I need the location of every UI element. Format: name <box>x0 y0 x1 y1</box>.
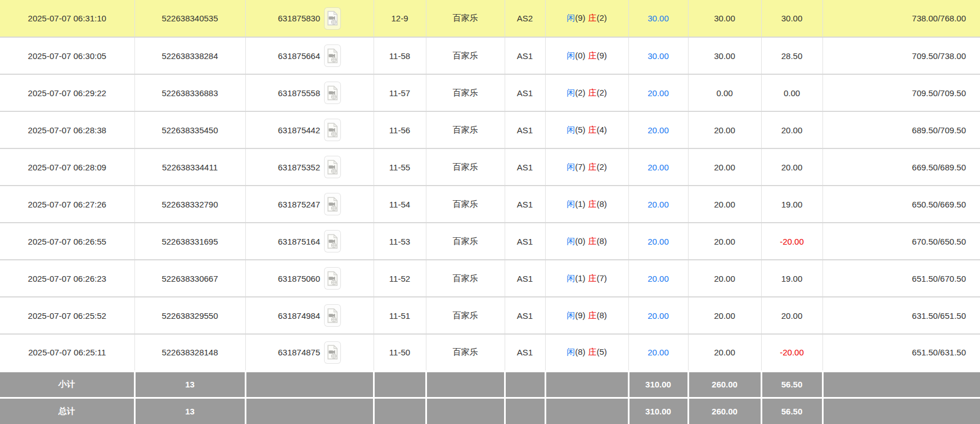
summary-label-cell: 总计 <box>0 398 134 424</box>
video-icon <box>327 271 338 286</box>
valid-bet-cell: 30.00 <box>688 0 761 37</box>
video-replay-button[interactable] <box>324 7 341 30</box>
valid-bet-cell: 20.00 <box>688 148 761 186</box>
banker-score: (2) <box>597 88 607 97</box>
result-cell: 闲(0)庄(9) <box>545 37 628 74</box>
table-row[interactable]: 2025-07-07 06:29:22 522638336883 6318755… <box>0 74 980 111</box>
win-loss-cell: -20.00 <box>761 334 822 371</box>
bet-time-cell: 2025-07-07 06:28:38 <box>0 111 134 148</box>
round-cell: 11-53 <box>374 223 426 260</box>
result-cell: 闲(8)庄(5) <box>545 334 628 371</box>
game-type-cell: 百家乐 <box>426 111 505 148</box>
table-id-cell: AS1 <box>505 111 545 148</box>
video-icon <box>327 11 338 26</box>
game-type-cell: 百家乐 <box>426 74 505 111</box>
table-row[interactable]: 2025-07-07 06:28:38 522638335450 6318754… <box>0 111 980 148</box>
result-cell: 闲(9)庄(2) <box>545 0 628 37</box>
video-id: 631874984 <box>278 311 320 321</box>
bet-amount-cell: 30.00 <box>628 0 688 37</box>
video-replay-button[interactable] <box>324 304 341 327</box>
video-icon <box>327 160 338 175</box>
banker-label: 庄 <box>588 310 597 320</box>
table-row[interactable]: 2025-07-07 06:26:55 522638331695 6318751… <box>0 223 980 260</box>
round-cell: 11-54 <box>374 186 426 223</box>
video-icon <box>327 308 338 323</box>
summary-label-cell: 小计 <box>0 371 134 398</box>
player-score: (9) <box>575 13 585 22</box>
video-replay-button[interactable] <box>324 119 341 141</box>
banker-score: (2) <box>597 162 607 172</box>
summary-empty-cell <box>545 371 628 398</box>
order-id-cell: 522638335450 <box>134 111 245 148</box>
player-score: (5) <box>575 125 585 134</box>
valid-bet-cell: 20.00 <box>688 334 761 371</box>
bet-amount-cell: 20.00 <box>628 297 688 334</box>
summary-empty-cell <box>426 371 505 398</box>
summary-empty-cell <box>374 371 426 398</box>
video-id: 631874875 <box>278 348 320 357</box>
table-row[interactable]: 2025-07-07 06:28:09 522638334411 6318753… <box>0 148 980 186</box>
video-replay-button[interactable] <box>324 193 341 215</box>
total-row: 总计 13 310.00 260.00 56.50 <box>0 398 980 424</box>
video-cell: 631875664 <box>245 37 374 74</box>
video-replay-button[interactable] <box>324 230 341 252</box>
win-loss-cell: 19.00 <box>761 186 822 223</box>
video-replay-button[interactable] <box>324 82 341 104</box>
video-replay-button[interactable] <box>324 156 341 178</box>
round-cell: 11-56 <box>374 111 426 148</box>
player-label: 闲 <box>567 236 575 246</box>
balance-cell: 738.00/768.00 <box>822 0 980 37</box>
bet-amount-cell: 20.00 <box>628 148 688 186</box>
summary-bet-cell: 310.00 <box>628 371 688 398</box>
bet-time-cell: 2025-07-07 06:30:05 <box>0 37 134 74</box>
bet-amount-cell: 20.00 <box>628 74 688 111</box>
player-score: (0) <box>575 236 585 246</box>
summary-bet-cell: 310.00 <box>628 398 688 424</box>
table-row[interactable]: 2025-07-07 06:31:10 522638340535 6318758… <box>0 0 980 37</box>
video-replay-button[interactable] <box>324 44 341 67</box>
bet-time-cell: 2025-07-07 06:28:09 <box>0 148 134 186</box>
table-row[interactable]: 2025-07-07 06:27:26 522638332790 6318752… <box>0 186 980 223</box>
video-icon <box>327 85 338 101</box>
summary-empty-cell <box>426 398 505 424</box>
bet-amount-cell: 20.00 <box>628 186 688 223</box>
video-icon <box>327 345 338 360</box>
table-row[interactable]: 2025-07-07 06:25:11 522638328148 6318748… <box>0 334 980 371</box>
video-replay-button[interactable] <box>324 341 341 364</box>
summary-empty-cell <box>822 371 980 398</box>
table-body: 2025-07-07 06:31:10 522638340535 6318758… <box>0 0 980 371</box>
balance-cell: 670.50/650.50 <box>822 223 980 260</box>
table-id-cell: AS1 <box>505 37 545 74</box>
round-cell: 11-50 <box>374 334 426 371</box>
summary-valid-bet-cell: 260.00 <box>688 371 761 398</box>
bet-amount-cell: 20.00 <box>628 334 688 371</box>
game-type-cell: 百家乐 <box>426 37 505 74</box>
win-loss-cell: 30.00 <box>761 0 822 37</box>
banker-label: 庄 <box>588 273 597 283</box>
valid-bet-cell: 20.00 <box>688 223 761 260</box>
table-row[interactable]: 2025-07-07 06:26:23 522638330667 6318750… <box>0 260 980 297</box>
table-id-cell: AS1 <box>505 148 545 186</box>
bet-time-cell: 2025-07-07 06:31:10 <box>0 0 134 37</box>
table-row[interactable]: 2025-07-07 06:25:52 522638329550 6318749… <box>0 297 980 334</box>
order-id-cell: 522638328148 <box>134 334 245 371</box>
table-id-cell: AS1 <box>505 260 545 297</box>
video-cell: 631874875 <box>245 334 374 371</box>
banker-label: 庄 <box>588 125 597 134</box>
player-label: 闲 <box>567 162 575 172</box>
video-icon <box>327 123 338 138</box>
video-cell: 631875352 <box>245 148 374 186</box>
valid-bet-cell: 20.00 <box>688 186 761 223</box>
banker-label: 庄 <box>588 236 597 246</box>
video-id: 631875830 <box>278 13 320 23</box>
game-type-cell: 百家乐 <box>426 148 505 186</box>
table-id-cell: AS1 <box>505 186 545 223</box>
banker-label: 庄 <box>588 199 597 209</box>
video-replay-button[interactable] <box>324 267 341 290</box>
subtotal-row: 小计 13 310.00 260.00 56.50 <box>0 371 980 398</box>
bet-amount-cell: 20.00 <box>628 111 688 148</box>
game-type-cell: 百家乐 <box>426 223 505 260</box>
player-label: 闲 <box>567 347 575 357</box>
table-row[interactable]: 2025-07-07 06:30:05 522638338284 6318756… <box>0 37 980 74</box>
summary-empty-cell <box>505 398 545 424</box>
